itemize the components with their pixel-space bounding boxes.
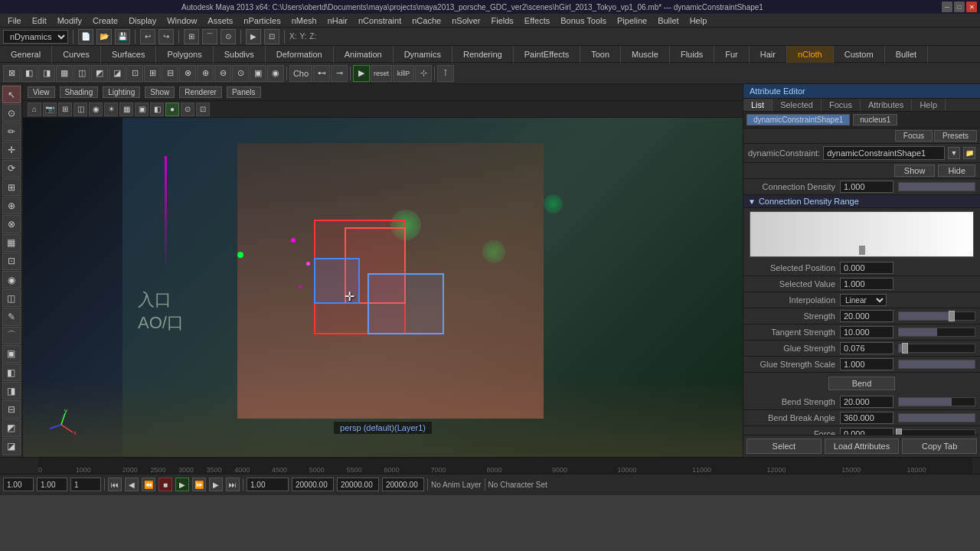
vp-icon-active[interactable]: ●	[165, 103, 179, 116]
tab-deformation[interactable]: Deformation	[266, 46, 334, 63]
tab-dynamics[interactable]: Dynamics	[394, 46, 452, 63]
selected-position-value[interactable]	[840, 262, 893, 274]
node-tab-dynconstr[interactable]: dynamicConstraintShape1	[746, 114, 850, 126]
attr-tab-help[interactable]: Help	[912, 99, 946, 111]
hide-button[interactable]: Hide	[938, 165, 975, 177]
ncloth-icon-16[interactable]: ◉	[267, 65, 284, 82]
menu-nparticles[interactable]: nParticles	[239, 15, 285, 26]
dynconstr-field[interactable]	[823, 146, 945, 160]
tab-animation[interactable]: Animation	[334, 46, 394, 63]
glue-strength-slider[interactable]	[898, 344, 975, 353]
vp-icon-xray[interactable]: ◧	[150, 103, 164, 116]
range-start-field[interactable]	[247, 478, 289, 491]
copy-tab-button[interactable]: Copy Tab	[902, 439, 977, 454]
bend-strength-value[interactable]	[840, 396, 893, 408]
step-back-btn[interactable]: ⏮	[108, 478, 122, 491]
minimize-btn[interactable]: ─	[942, 2, 952, 12]
vp-panels-btn[interactable]: Panels	[227, 86, 261, 98]
ep-tool[interactable]: ◉	[2, 271, 21, 289]
play-btn-toolbar[interactable]: ▶	[353, 65, 370, 82]
undo-btn[interactable]: ↩	[140, 29, 155, 44]
menu-bullet[interactable]: Bullet	[653, 15, 684, 26]
menu-nmesh[interactable]: nMesh	[287, 15, 322, 26]
ncloth-icon-10[interactable]: ⊟	[162, 65, 178, 82]
tab-muscle[interactable]: Muscle	[621, 46, 670, 63]
dynconstr-arrow-btn[interactable]: ▼	[948, 147, 960, 159]
tab-fluids[interactable]: Fluids	[670, 46, 714, 63]
tab-fur[interactable]: Fur	[714, 46, 750, 63]
tab-hair[interactable]: Hair	[750, 46, 787, 63]
glue-handle[interactable]	[902, 343, 908, 354]
connection-density-value[interactable]	[840, 181, 893, 193]
arc-tool[interactable]: ⌒	[2, 327, 21, 344]
select-tool[interactable]: ↖	[2, 86, 21, 103]
create-poly[interactable]: ▣	[2, 345, 21, 363]
menu-bonus[interactable]: Bonus Tools	[556, 15, 611, 26]
vp-icon-wire[interactable]: ◫	[74, 103, 87, 116]
vp-lighting-btn[interactable]: Lighting	[103, 86, 140, 98]
new-file-btn[interactable]: 📄	[78, 29, 93, 44]
back-frame-btn[interactable]: ⏪	[142, 478, 155, 491]
ncloth-icon-20[interactable]: ⊺	[437, 65, 454, 82]
bend-strength-slider[interactable]	[898, 397, 975, 406]
tab-surfaces[interactable]: Surfaces	[101, 46, 156, 63]
snap-point-btn[interactable]: ⊙	[220, 29, 236, 44]
attr-tab-attributes[interactable]: Attributes	[861, 99, 912, 111]
connection-density-slider[interactable]	[898, 182, 975, 191]
ncloth-icon-15[interactable]: ▣	[250, 65, 266, 82]
tab-toon[interactable]: Toon	[580, 46, 621, 63]
attr-tab-list[interactable]: List	[743, 99, 773, 111]
load-attributes-button[interactable]: Load Attributes	[825, 439, 900, 454]
vp-icon-cam[interactable]: 📷	[43, 103, 57, 116]
close-btn[interactable]: ✕	[966, 2, 977, 12]
menu-nconstraint[interactable]: nConstraint	[354, 15, 406, 26]
menu-edit[interactable]: Edit	[28, 15, 51, 26]
force-slider[interactable]	[898, 429, 975, 435]
attr-tab-focus[interactable]: Focus	[822, 99, 861, 111]
tangent-strength-slider[interactable]	[898, 328, 975, 337]
ncloth-icon-13[interactable]: ⊖	[214, 65, 231, 82]
tab-polygons[interactable]: Polygons	[156, 46, 213, 63]
append-poly[interactable]: ◧	[2, 364, 21, 381]
fps-field[interactable]	[382, 478, 424, 491]
strength-value[interactable]	[840, 310, 893, 322]
menu-help[interactable]: Help	[685, 15, 712, 26]
save-btn[interactable]: 💾	[115, 29, 130, 44]
reset-btn-toolbar[interactable]: reset	[371, 65, 392, 82]
vp-icon-bbox[interactable]: ⊡	[196, 103, 210, 116]
vp-icon-grid[interactable]: ⊞	[58, 103, 72, 116]
bend-break-slider[interactable]	[898, 413, 975, 422]
tab-painteffects[interactable]: PaintEffects	[514, 46, 581, 63]
render-btn[interactable]: ▶	[246, 29, 261, 44]
viewport[interactable]: 入口AO/口 ✛ x y persp (default)(Layer1)	[23, 118, 743, 457]
vp-icon-tex[interactable]: ▣	[135, 103, 149, 116]
fwd-frame-btn[interactable]: ⏩	[192, 478, 206, 491]
tangent-strength-value[interactable]	[840, 326, 893, 338]
menu-nsolver[interactable]: nSolver	[447, 15, 485, 26]
paint-tool[interactable]: ✏	[2, 122, 21, 140]
menu-pipeline[interactable]: Pipeline	[612, 15, 652, 26]
bridge[interactable]: ◪	[2, 438, 21, 455]
menu-display[interactable]: Display	[124, 15, 161, 26]
bend-button[interactable]: Bend	[828, 377, 896, 390]
node-tab-nucleus[interactable]: nucleus1	[853, 114, 897, 126]
menu-ncache[interactable]: nCache	[407, 15, 446, 26]
next-frame-btn[interactable]: ▶	[209, 478, 223, 491]
ncloth-icon-9[interactable]: ⊞	[144, 65, 161, 82]
force-handle[interactable]	[896, 429, 902, 435]
menu-file[interactable]: File	[3, 15, 26, 26]
tab-curves[interactable]: Curves	[52, 46, 101, 63]
vp-shading-btn[interactable]: Shading	[60, 86, 99, 98]
select-button[interactable]: Select	[746, 439, 822, 454]
dynconstr-folder-btn[interactable]: 📁	[963, 147, 975, 159]
glue-strength-scale-value[interactable]	[840, 358, 893, 370]
redo-btn[interactable]: ↪	[158, 29, 174, 44]
gradient-preview[interactable]	[750, 211, 974, 257]
vp-renderer-btn[interactable]: Renderer	[179, 86, 222, 98]
pencil-tool[interactable]: ✎	[2, 308, 21, 325]
selected-value-value[interactable]	[840, 278, 893, 290]
ncloth-icon-1[interactable]: ⊠	[3, 65, 20, 82]
attr-tab-selected[interactable]: Selected	[773, 99, 822, 111]
tab-custom[interactable]: Custom	[834, 46, 885, 63]
ncloth-icon-17[interactable]: ⊷	[313, 65, 330, 82]
